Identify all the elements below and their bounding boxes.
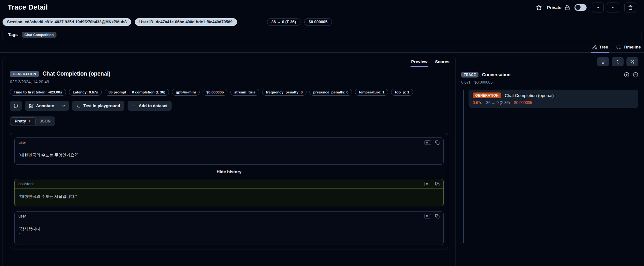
tab-preview[interactable]: Preview xyxy=(411,59,427,67)
toggle-knob xyxy=(575,5,581,10)
markdown-toggle-icon[interactable]: M↓ xyxy=(424,182,431,186)
chat-bubble-icon xyxy=(13,103,18,108)
message-header: user M↓ xyxy=(15,212,443,221)
main-split: Preview Scores GENERATION Chat Completio… xyxy=(0,53,644,266)
pill-frequency-penalty: frequency_penalty: 0 xyxy=(262,89,307,96)
message-header: assistant M↓ xyxy=(15,179,443,189)
annotate-button[interactable]: Annotate xyxy=(25,101,58,111)
message-user-2: user M↓ "감사합니다 " xyxy=(14,211,444,245)
pill-temperature: temperature: 1 xyxy=(355,89,388,96)
trace-name: Conversation xyxy=(482,72,510,77)
trace-latency: 0.67s xyxy=(461,80,470,85)
markdown-toggle-icon[interactable]: M↓ xyxy=(424,140,431,145)
tree-node-generation[interactable]: GENERATION Chat Completion (openai) 0.67… xyxy=(469,90,638,108)
bookmark-star-button[interactable] xyxy=(535,3,543,12)
node-latency: 0.67s xyxy=(473,100,482,105)
playground-label: Test in playground xyxy=(83,103,120,108)
trace-tree-panel: TRACE Conversation 0.67s $0.000005 xyxy=(457,56,641,266)
annotate-dropdown-button[interactable] xyxy=(58,101,69,111)
tree-icon xyxy=(592,45,597,49)
chevron-down-icon xyxy=(611,5,616,10)
star-icon xyxy=(536,4,542,11)
io-messages-container: user M↓ "대한민국의 수도는 무엇인가요?" Hide history xyxy=(10,133,448,249)
session-badge[interactable]: Session: cd3abcd6-c81c-4037-935d-19d9f27… xyxy=(3,18,131,26)
node-title: Chat Completion (openai) xyxy=(505,93,554,98)
next-trace-button[interactable] xyxy=(607,3,619,12)
tab-timeline[interactable]: Timeline xyxy=(616,45,641,52)
annotate-split-button: Annotate xyxy=(25,101,69,111)
markdown-toggle-icon[interactable]: M↓ xyxy=(424,214,431,218)
trace-detail-page: Trace Detail Private xyxy=(0,0,644,266)
tag-chip[interactable]: Chat Competition xyxy=(22,32,57,38)
comments-button[interactable] xyxy=(10,101,22,111)
lock-icon xyxy=(565,5,570,10)
token-usage-badge: 36 → 0 (Σ 36) xyxy=(267,18,300,26)
cost-badge: $0.000005 xyxy=(304,18,332,26)
message-content: "대한민국의 수도는 서울입니다." xyxy=(15,189,443,206)
tab-timeline-label: Timeline xyxy=(623,45,641,49)
previous-trace-button[interactable] xyxy=(592,3,604,12)
generation-badge: GENERATION xyxy=(473,92,501,98)
tags-bar: Tags Chat Competition xyxy=(3,29,641,40)
observation-header: GENERATION Chat Completion (openai) 02/1… xyxy=(3,67,455,84)
scores-award-button[interactable] xyxy=(597,57,609,66)
format-json-button[interactable]: JSON xyxy=(36,117,54,125)
message-role: user xyxy=(19,140,26,145)
pill-time-to-first-token: Time to first token: -423.00s xyxy=(10,89,66,96)
user-id-badge[interactable]: User ID: dc47a41e-06bc-400d-bde1-f0e440d… xyxy=(135,18,237,26)
copy-icon[interactable] xyxy=(435,140,440,145)
expand-all-button[interactable] xyxy=(624,72,629,78)
hide-history-row: Hide history xyxy=(14,169,444,174)
node-cost: $0.000005 xyxy=(514,100,532,105)
message-header: user M↓ xyxy=(15,138,443,147)
view-tabs: Tree Timeline xyxy=(0,40,644,53)
plus-icon xyxy=(132,104,136,108)
terminal-icon xyxy=(76,104,81,108)
privacy-label: Private xyxy=(547,5,561,10)
privacy-toggle[interactable] xyxy=(574,4,587,11)
copy-icon[interactable] xyxy=(435,214,440,218)
trace-meta-row: Session: cd3abcd6-c81c-4037-935d-19d9f27… xyxy=(0,15,644,28)
panel-tabs: Preview Scores xyxy=(3,56,455,67)
hide-history-button[interactable]: Hide history xyxy=(217,169,241,174)
award-icon xyxy=(601,59,605,64)
message-assistant: assistant M↓ "대한민국의 수도는 서울입니다." xyxy=(14,179,444,206)
node-tokens: 36 → 0 (Σ 36) xyxy=(486,100,510,105)
trace-root-row[interactable]: TRACE Conversation xyxy=(461,72,638,78)
page-title: Trace Detail xyxy=(8,3,48,11)
chevron-up-icon xyxy=(596,5,600,10)
fold-vertical-icon xyxy=(615,59,620,64)
pill-presence-penalty: presence_penalty: 0 xyxy=(309,89,352,96)
tab-tree[interactable]: Tree xyxy=(592,45,608,52)
percent-icon xyxy=(630,59,635,64)
pill-token-usage: 36 prompt → 0 completion (Σ 36) xyxy=(105,89,169,96)
test-in-playground-button[interactable]: Test in playground xyxy=(72,101,124,111)
sparkles-icon xyxy=(28,119,32,123)
delete-trace-button[interactable] xyxy=(624,3,636,12)
format-pretty-button[interactable]: Pretty xyxy=(11,117,36,125)
add-to-dataset-button[interactable]: Add to dataset xyxy=(128,101,172,111)
observation-detail-panel: Preview Scores GENERATION Chat Completio… xyxy=(3,56,455,266)
annotate-label: Annotate xyxy=(36,103,54,108)
collapse-tree-button[interactable] xyxy=(612,57,624,66)
tags-label: Tags xyxy=(8,32,18,37)
tab-tree-label: Tree xyxy=(599,45,608,49)
pill-stream: stream: true xyxy=(230,89,259,96)
timeline-icon xyxy=(616,45,621,49)
circle-plus-icon xyxy=(624,72,629,78)
format-toggle: Pretty JSON xyxy=(10,116,55,126)
dataset-label: Add to dataset xyxy=(139,103,167,108)
tab-scores[interactable]: Scores xyxy=(435,59,449,67)
tree-connector-line xyxy=(463,90,464,243)
message-content: "대한민국의 수도는 무엇인가요?" xyxy=(15,147,443,164)
pill-latency: Latency: 0.67s xyxy=(69,89,102,96)
copy-icon[interactable] xyxy=(435,182,440,186)
tree-panel-toolbar xyxy=(461,57,638,66)
metrics-percent-button[interactable] xyxy=(626,57,638,66)
metric-pills: Time to first token: -423.00s Latency: 0… xyxy=(10,89,440,96)
pill-model: gpt-4o-mini xyxy=(172,89,200,96)
trace-metrics: 0.67s $0.000005 xyxy=(461,80,638,85)
collapse-all-button[interactable] xyxy=(633,72,638,78)
actions-row: Annotate Test in playground xyxy=(10,101,448,111)
message-user-1: user M↓ "대한민국의 수도는 무엇인가요?" xyxy=(14,137,444,165)
